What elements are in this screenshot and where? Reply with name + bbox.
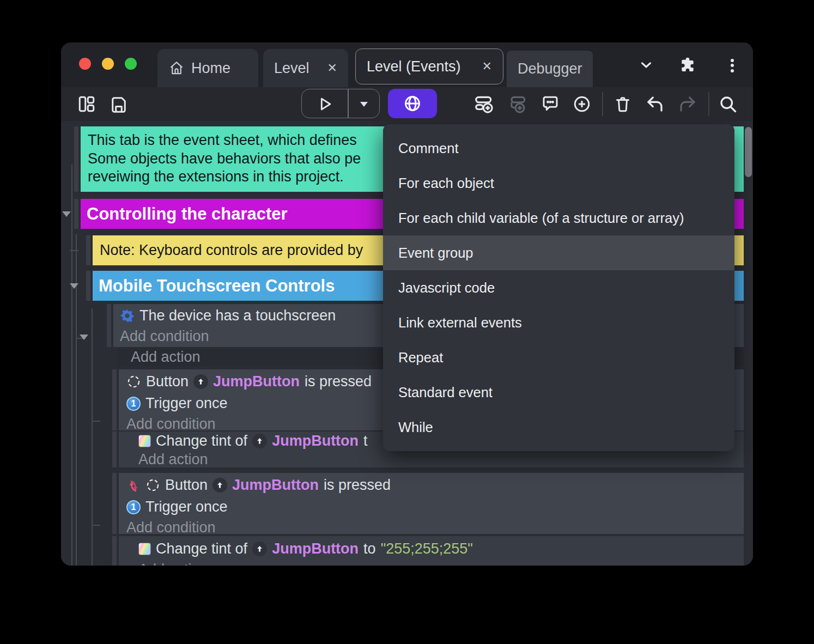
add-action-link[interactable]: Add action <box>131 349 201 366</box>
vertical-scrollbar-thumb[interactable] <box>745 127 752 177</box>
undo-icon[interactable] <box>643 92 667 116</box>
menu-item-for-each-object[interactable]: For each object <box>383 166 734 201</box>
close-window-button[interactable] <box>79 58 91 70</box>
event-margin <box>112 432 117 467</box>
event-margin <box>112 536 117 566</box>
add-sub-event-icon[interactable] <box>506 92 530 116</box>
add-circle-icon[interactable] <box>570 92 594 116</box>
action-change-tint-value[interactable]: Change tint of JumpButton to "255;255;25… <box>119 536 744 566</box>
collapse-arrow[interactable] <box>80 335 88 340</box>
redo-icon[interactable] <box>676 92 700 116</box>
event-sheet: This tab is the event sheet, which defin… <box>61 121 753 566</box>
tab-level-events-label: Level (Events) <box>367 58 461 75</box>
condition-suffix: is pressed <box>305 373 372 390</box>
action-string-value: "255;255;255" <box>381 540 473 557</box>
add-action-link[interactable]: Add action <box>138 451 208 468</box>
layout-panels-icon[interactable] <box>75 92 99 116</box>
tab-level-close-icon[interactable]: ✕ <box>327 62 337 74</box>
app-window: Home Level ✕ Level (Events) ✕ Debugger <box>61 42 753 566</box>
gear-icon <box>120 308 135 323</box>
button-plugin-icon <box>126 374 141 389</box>
delete-trash-icon[interactable] <box>611 92 635 116</box>
jumpbutton-object-icon <box>252 434 267 448</box>
event-margin <box>107 304 111 347</box>
event-jumpbutton-pressed-inverted[interactable]: Button JumpButton is pressed 1 Trigger o… <box>119 473 744 534</box>
tint-rainbow-icon <box>138 543 151 555</box>
minimize-window-button[interactable] <box>102 58 114 70</box>
add-condition-link[interactable]: Add condition <box>126 416 216 433</box>
menu-item-javascript-code[interactable]: Javascript code <box>383 270 734 305</box>
action-suffix: t <box>363 433 368 449</box>
menu-item-while[interactable]: While <box>383 410 734 445</box>
trigger-once-text: Trigger once <box>145 395 228 412</box>
menu-item-standard-event[interactable]: Standard event <box>383 375 734 410</box>
add-action-link[interactable]: Add action <box>138 561 208 566</box>
indent-connector <box>70 250 78 251</box>
event-margin <box>86 271 90 301</box>
preview-button-group <box>301 89 380 118</box>
condition-suffix: is pressed <box>324 477 391 494</box>
trigger-once-icon: 1 <box>126 397 141 411</box>
preview-globe-button[interactable] <box>388 89 437 118</box>
event-margin <box>112 369 117 430</box>
object-name: JumpButton <box>213 373 300 390</box>
tab-debugger[interactable]: Debugger <box>507 51 593 87</box>
indent-guide <box>71 165 72 566</box>
menu-item-for-each-child-variable[interactable]: For each child variable (of a structure … <box>383 201 734 235</box>
menu-item-repeat[interactable]: Repeat <box>383 340 734 375</box>
event-margin <box>74 199 78 229</box>
jumpbutton-object-icon <box>212 478 227 493</box>
add-event-icon[interactable] <box>472 92 496 116</box>
condition-plugin-name: Button <box>146 373 189 390</box>
menu-item-comment[interactable]: Comment <box>383 131 734 166</box>
collapse-arrow[interactable] <box>70 283 78 289</box>
indent-guide <box>92 308 93 566</box>
menu-item-link-external-events[interactable]: Link external events <box>383 305 734 340</box>
object-name: JumpButton <box>232 477 319 494</box>
collapse-arrow[interactable] <box>62 211 71 217</box>
tint-rainbow-icon <box>138 435 151 447</box>
add-event-context-menu: Comment For each object For each child v… <box>383 124 734 451</box>
note-text: Note: Keyboard controls are provided by <box>100 242 363 259</box>
globe-icon <box>403 94 422 113</box>
object-name: JumpButton <box>272 433 359 449</box>
indent-connector <box>92 525 100 526</box>
play-icon[interactable] <box>313 92 337 116</box>
condition-plugin-name: Button <box>165 477 208 494</box>
add-comment-icon[interactable] <box>538 92 562 116</box>
action-to: to <box>363 540 376 557</box>
jumpbutton-object-icon <box>193 374 208 389</box>
condition-text: The device has a touchscreen <box>139 307 336 324</box>
tab-level-events[interactable]: Level (Events) ✕ <box>355 48 503 84</box>
kebab-menu-icon[interactable] <box>723 56 742 74</box>
add-condition-link[interactable]: Add condition <box>120 328 209 345</box>
titlebar: Home Level ✕ Level (Events) ✕ Debugger <box>61 42 753 87</box>
inverted-condition-icon <box>126 478 141 493</box>
indent-connector <box>92 421 100 422</box>
button-plugin-icon <box>145 478 160 493</box>
toolbar-divider <box>708 92 709 116</box>
tab-home[interactable]: Home <box>157 49 258 87</box>
zoom-window-button[interactable] <box>125 58 137 70</box>
chevron-down-icon[interactable] <box>637 56 655 74</box>
menu-item-event-group[interactable]: Event group <box>383 235 734 270</box>
trigger-once-text: Trigger once <box>145 499 228 515</box>
tab-debugger-label: Debugger <box>518 60 582 77</box>
tab-level-label: Level <box>274 60 309 77</box>
save-icon[interactable] <box>107 92 131 116</box>
search-icon[interactable] <box>716 92 740 116</box>
play-dropdown-icon[interactable] <box>352 92 376 116</box>
event-margin <box>112 473 117 534</box>
main-toolbar <box>61 87 753 121</box>
action-text: Change tint of <box>156 540 247 557</box>
play-group-divider <box>348 89 349 118</box>
tab-home-label: Home <box>191 60 230 77</box>
trigger-once-icon: 1 <box>126 500 141 514</box>
tab-level[interactable]: Level ✕ <box>263 49 348 87</box>
tab-level-events-close-icon[interactable]: ✕ <box>482 60 492 72</box>
action-text: Change tint of <box>156 433 247 449</box>
event-margin <box>86 235 90 265</box>
extensions-puzzle-icon[interactable] <box>678 56 697 74</box>
add-condition-link[interactable]: Add condition <box>126 519 216 536</box>
event-margin <box>74 126 78 192</box>
